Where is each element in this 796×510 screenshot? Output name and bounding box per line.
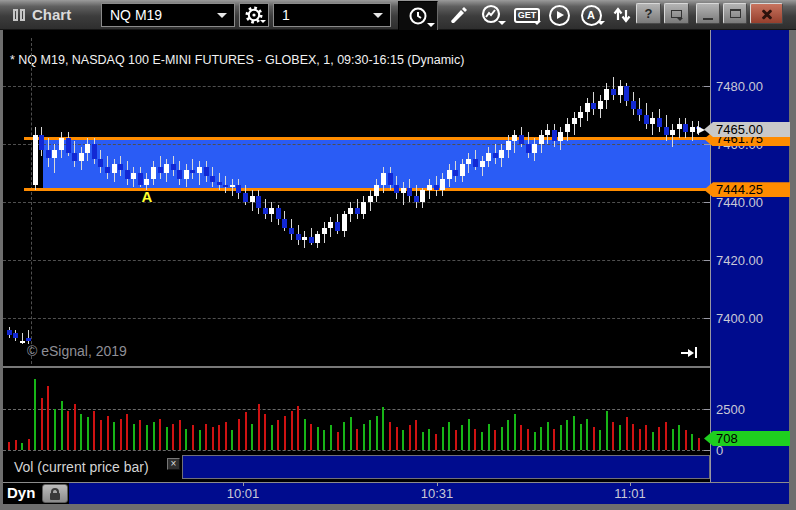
clock-icon [408, 6, 428, 26]
volume-study-close-button[interactable]: × [167, 458, 180, 470]
lower-level-tag[interactable]: 7444.25 [704, 182, 790, 197]
candle-body [578, 112, 583, 118]
candle-body [388, 173, 393, 185]
candle-body [591, 103, 596, 109]
symbol-combo[interactable]: NQ M19 [101, 3, 235, 27]
candle-body [664, 127, 669, 136]
candle-body [7, 330, 12, 336]
question-icon: ? [645, 6, 653, 21]
candle-body [151, 167, 156, 179]
volume-bar [442, 427, 444, 450]
price-gridline [3, 144, 710, 145]
volume-row-strip [182, 455, 710, 479]
volume-bar [540, 427, 542, 450]
volume-axis-label: 2500 [716, 402, 745, 417]
maximize-icon [730, 9, 741, 18]
interval-combo[interactable]: 1 [273, 3, 391, 27]
go-to-latest-button[interactable] [681, 347, 697, 358]
price-pane-plot[interactable]: * NQ M19, NASDAQ 100 E-MINI FUTURES - GL… [3, 30, 710, 366]
candle-body [407, 188, 412, 197]
symbol-settings-button[interactable] [239, 3, 269, 27]
lower-level-line[interactable] [24, 188, 710, 191]
candle-body [164, 164, 169, 173]
candle-body [598, 101, 603, 110]
candle-body [526, 144, 531, 153]
volume-bar [310, 424, 312, 450]
candle-body [118, 164, 123, 170]
candle-body [434, 185, 439, 191]
candle-body [427, 185, 432, 191]
time-axis-bar[interactable]: Dyn 10:0110:3111:01 [3, 482, 789, 504]
candle-body [263, 208, 268, 214]
alerts-button[interactable]: A [575, 2, 607, 28]
volume-bar [251, 424, 253, 450]
candle-body [499, 150, 504, 159]
candle-body [486, 153, 491, 162]
volume-bar [54, 409, 56, 450]
volume-bar [231, 430, 233, 450]
candle-body [79, 153, 84, 162]
replay-button[interactable] [545, 2, 573, 28]
window-menu-button[interactable] [664, 3, 689, 24]
price-gridline [3, 318, 710, 319]
volume-bar [593, 427, 595, 450]
titlebar: Chart NQ M19 1 [0, 0, 796, 30]
volume-bar [382, 407, 384, 450]
close-icon [760, 7, 774, 21]
volume-bar [507, 420, 509, 450]
lock-scale-button[interactable] [42, 484, 68, 503]
volume-bar [389, 422, 391, 450]
candle-body [190, 170, 195, 173]
volume-bar [376, 416, 378, 450]
candle-body [210, 176, 215, 182]
volume-bar [172, 424, 174, 450]
candle-body [401, 188, 406, 194]
candle-body [572, 118, 577, 124]
candle-body [223, 185, 228, 188]
price-axis[interactable]: 7465.00 7461.75 7444.25 708 7480.007460.… [710, 30, 789, 482]
last-price-marker [697, 126, 705, 134]
candle-body [342, 214, 347, 231]
chevron-down-icon [597, 21, 605, 25]
volume-bar [192, 425, 194, 450]
candle-body [394, 185, 399, 194]
chevron-down-icon [373, 13, 383, 18]
swap-symbol-button[interactable] [608, 2, 636, 28]
price-axis-label: 7420.00 [716, 253, 763, 268]
candle-body [289, 228, 294, 234]
candle-body [33, 135, 38, 184]
candle-body [644, 115, 649, 124]
candle-body [269, 208, 274, 214]
volume-bar [665, 422, 667, 450]
volume-pane-plot[interactable] [3, 368, 710, 453]
studies-button[interactable] [476, 2, 508, 28]
candle-body [276, 208, 281, 220]
volume-bar [8, 442, 10, 450]
volume-bar [461, 425, 463, 450]
candle-body [473, 159, 478, 168]
volume-bar [179, 420, 181, 450]
time-axis-label: 11:01 [614, 486, 646, 501]
get-data-button[interactable]: GET [511, 2, 543, 28]
upper-level-line[interactable] [24, 137, 710, 140]
minimize-button[interactable] [696, 3, 720, 24]
annotation-a[interactable]: A [139, 188, 155, 205]
volume-bar [205, 424, 207, 450]
candle-body [309, 237, 314, 243]
candle-body [46, 150, 51, 159]
volume-bar [323, 430, 325, 450]
time-templates-button[interactable] [398, 1, 438, 31]
volume-bar [47, 386, 49, 450]
candle-body [197, 167, 202, 173]
maximize-button[interactable] [723, 3, 747, 24]
volume-gridline [3, 409, 710, 410]
time-axis-label: 10:31 [421, 486, 454, 501]
dyn-mode-label: Dyn [7, 484, 35, 501]
draw-tools-button[interactable] [443, 2, 471, 28]
pencil-icon [446, 4, 468, 26]
volume-bar [87, 417, 89, 450]
close-button[interactable] [750, 3, 783, 24]
candle-body [657, 118, 662, 127]
volume-bar [448, 422, 450, 450]
help-button[interactable]: ? [636, 3, 661, 24]
